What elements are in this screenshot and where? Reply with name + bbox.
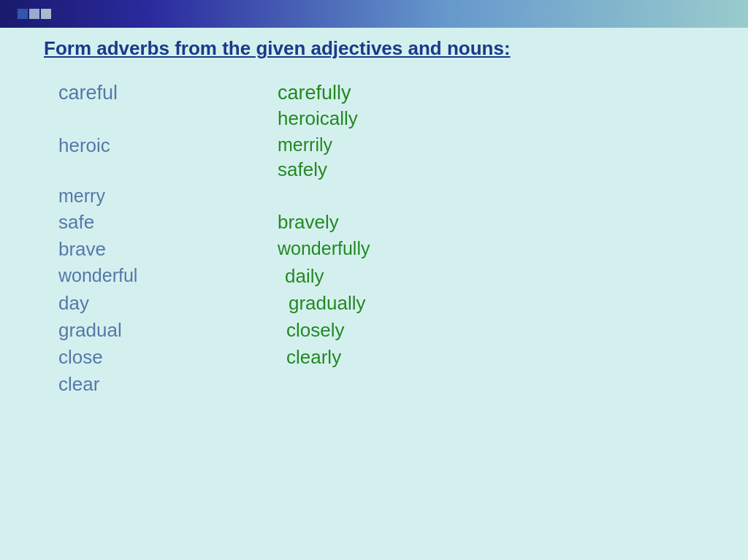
adverb-bravely: bravely [248,211,704,234]
word-grid: careful carefully heroically heroic merr… [44,82,704,396]
square-2 [18,9,28,19]
adverb-stack-careful: carefully heroically [248,82,704,130]
adjective-wonderful: wonderful [44,265,248,286]
adverb-daily: daily [248,265,704,288]
adjective-brave: brave [44,238,248,261]
adverb-gradually: gradually [248,292,704,315]
adverb-carefully: carefully [248,82,704,104]
square-1 [6,9,16,19]
adverb-closely: closely [248,319,704,342]
square-4 [41,9,51,19]
adverb-stack-heroic: merrily safely [248,134,704,181]
adverb-safely: safely [248,158,704,181]
adjective-clear: clear [44,373,248,396]
adverb-merrily: merrily [248,134,704,156]
adjective-safe: safe [44,211,248,234]
adverb-heroically: heroically [248,107,704,130]
adjective-careful: careful [44,82,248,104]
decorative-squares [6,9,51,19]
adjective-merry: merry [44,185,248,207]
top-bar [0,0,748,28]
adjective-close: close [44,346,248,369]
adjective-gradual: gradual [44,319,248,342]
adjective-heroic: heroic [44,134,248,157]
adjective-day: day [44,292,248,315]
adverb-clearly: clearly [248,346,704,369]
adverb-wonderfully: wonderfully [248,238,704,259]
page-title: Form adverbs from the given adjectives a… [44,37,704,61]
square-3 [29,9,39,19]
main-content: Form adverbs from the given adjectives a… [44,37,704,531]
